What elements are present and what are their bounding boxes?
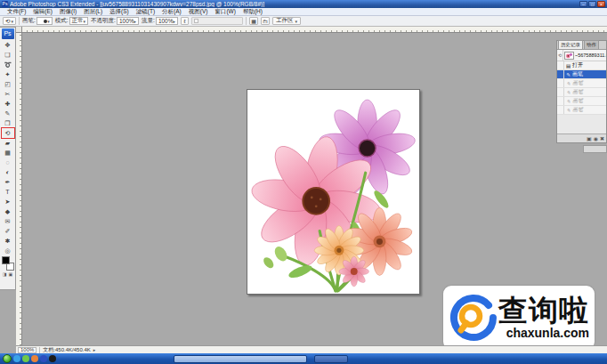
vertical-ruler[interactable] <box>16 33 22 345</box>
document-canvas[interactable] <box>247 89 420 295</box>
menu-item[interactable]: 帮助(H) <box>239 8 266 16</box>
bridge-icon[interactable]: 🗀 <box>261 17 270 25</box>
delete-state-icon[interactable]: ✖ <box>600 135 604 142</box>
menu-item[interactable]: 选择(S) <box>106 8 133 16</box>
state-label: 画笔 <box>572 79 583 87</box>
tool-icon: ▦ <box>4 150 11 157</box>
new-document-from-state-icon[interactable]: ▣ <box>587 135 592 142</box>
menu-item[interactable]: 分析(A) <box>158 8 185 16</box>
zoom-tool[interactable]: ◎ <box>2 246 14 255</box>
menu-item[interactable]: 编辑(E) <box>29 8 56 16</box>
shape-tool[interactable]: ◆ <box>2 206 14 216</box>
close-button[interactable]: × <box>597 1 605 7</box>
mode-value: 正常 <box>72 17 84 25</box>
menu-item[interactable]: 文件(F) <box>4 8 29 16</box>
tool-icon: ➤ <box>5 198 11 206</box>
new-snapshot-icon[interactable]: ◉ <box>594 135 598 142</box>
opacity-input[interactable]: 100% ▸ <box>117 17 139 25</box>
screen-mode-icon[interactable]: ▣ <box>9 271 13 277</box>
history-source-checkbox[interactable] <box>557 70 564 78</box>
menu-item[interactable]: 滤镜(T) <box>133 8 158 16</box>
history-source-checkbox[interactable] <box>557 97 564 105</box>
start-button[interactable] <box>3 354 12 363</box>
tool-icon: ✂ <box>5 91 11 98</box>
menu-item[interactable]: 图层(L) <box>80 8 106 16</box>
move-tool[interactable]: ✥ <box>2 40 14 50</box>
tool-preset-picker[interactable]: ⟲ ▾ <box>3 17 16 25</box>
flow-input[interactable]: 100% ▸ <box>156 17 178 25</box>
airbrush-toggle[interactable]: ℓ <box>181 17 189 25</box>
eyedropper-tool[interactable]: ✐ <box>2 226 14 236</box>
menu-item[interactable]: 视图(V) <box>185 8 212 16</box>
toolbox: Ps ✥❏➰✦◰✂✚✎❐⟲▰▦◌◐✒T➤◆✉✐✱◎ ◨ ▣ <box>0 27 16 290</box>
tab-history[interactable]: 历史记录 <box>558 40 583 49</box>
history-snapshot-row[interactable]: ⟲ ~5675889311.03 <box>557 50 606 61</box>
minimize-button[interactable]: – <box>579 1 587 7</box>
status-menu-arrow-icon[interactable]: ▸ <box>93 347 96 352</box>
state-label: 画笔 <box>572 88 583 96</box>
taskbar-window-button-other[interactable] <box>314 355 348 363</box>
history-state-open[interactable]: ▤ 打开 <box>557 61 606 70</box>
history-state-brush[interactable]: ✎ 画笔 <box>557 70 606 79</box>
eraser-tool[interactable]: ▰ <box>2 138 14 148</box>
quick-launch-icon-2[interactable] <box>22 355 29 362</box>
quick-launch-icon-1[interactable] <box>13 355 20 362</box>
history-brush-source-icon[interactable]: ⟲ <box>557 50 563 61</box>
options-bar: ⟲ ▾ 画笔: ▾ 模式: 正常 ▾ 不透明度: 100% ▸ 流量 <box>0 16 607 27</box>
taskbar-window-button-photoshop[interactable] <box>174 355 307 363</box>
opacity-value: 100% <box>119 18 134 24</box>
history-brush-tool[interactable]: ⟲ <box>2 128 14 138</box>
history-source-checkbox[interactable] <box>557 106 564 114</box>
taskbar <box>0 353 607 364</box>
tool-icon: ✒ <box>5 179 11 186</box>
menu-item[interactable]: 图像(I) <box>56 8 80 16</box>
history-source-checkbox[interactable] <box>557 79 564 87</box>
chevron-down-icon: ▾ <box>47 19 50 24</box>
snapshot-thumbnail <box>564 52 574 60</box>
slice-tool[interactable]: ✂ <box>2 89 14 99</box>
quick-launch-icon-3[interactable] <box>31 355 38 362</box>
horizontal-ruler[interactable] <box>16 27 607 33</box>
collapsed-panel-stub[interactable] <box>583 145 607 153</box>
palette-dock-icon[interactable]: ▦ <box>249 17 258 25</box>
path-selection-tool[interactable]: ➤ <box>2 197 14 206</box>
history-source-checkbox[interactable] <box>557 61 564 69</box>
tool-icon: ➰ <box>4 61 12 69</box>
history-state-brush[interactable]: ✎ 画笔 <box>557 79 606 88</box>
notes-tool[interactable]: ✉ <box>2 216 14 226</box>
foreground-color-swatch[interactable] <box>2 256 10 264</box>
history-state-brush[interactable]: ✎ 画笔 <box>557 106 606 115</box>
type-tool[interactable]: T <box>2 187 14 197</box>
quick-launch-icon-5[interactable] <box>49 355 56 362</box>
tool-list: ✥❏➰✦◰✂✚✎❐⟲▰▦◌◐✒T➤◆✉✐✱◎ <box>2 40 14 255</box>
mode-select[interactable]: 正常 ▾ <box>69 17 89 25</box>
marquee-tool[interactable]: ❏ <box>2 50 14 60</box>
state-icon: ✎ <box>564 108 572 113</box>
crop-tool[interactable]: ◰ <box>2 79 14 89</box>
quick-launch-icon-4[interactable] <box>40 355 47 362</box>
menu-item[interactable]: 窗口(W) <box>211 8 239 16</box>
chaxunla-watermark: 查询啦 chaxunla.com <box>443 286 595 350</box>
zoom-level-input[interactable]: 100% <box>18 347 36 353</box>
history-state-brush[interactable]: ✎ 画笔 <box>557 97 606 106</box>
photoshop-window: Ps Adobe Photoshop CS3 Extended - [juv56… <box>0 0 607 364</box>
pen-tool[interactable]: ✒ <box>2 177 14 187</box>
gradient-tool[interactable]: ▦ <box>2 148 14 158</box>
maximize-button[interactable]: □ <box>588 1 596 7</box>
brush-picker[interactable]: ▾ <box>36 17 53 25</box>
quick-selection-tool[interactable]: ✦ <box>2 69 14 79</box>
hand-tool[interactable]: ✱ <box>2 236 14 246</box>
workspace-button[interactable]: 工作区 ▾ <box>272 17 301 25</box>
tool-icon: T <box>5 189 9 195</box>
brush-tool[interactable]: ✎ <box>2 109 14 118</box>
blur-tool[interactable]: ◌ <box>2 158 14 167</box>
history-source-checkbox[interactable] <box>557 88 564 96</box>
history-state-brush[interactable]: ✎ 画笔 <box>557 88 606 97</box>
lasso-tool[interactable]: ➰ <box>2 60 14 69</box>
quick-mask-icon[interactable]: ◨ <box>3 271 7 277</box>
slider-arrow-icon: ▸ <box>174 19 176 24</box>
clone-stamp-tool[interactable]: ❐ <box>2 118 14 128</box>
tab-actions[interactable]: 动作 <box>584 40 599 49</box>
healing-brush-tool[interactable]: ✚ <box>2 99 14 109</box>
dodge-tool[interactable]: ◐ <box>2 167 14 177</box>
